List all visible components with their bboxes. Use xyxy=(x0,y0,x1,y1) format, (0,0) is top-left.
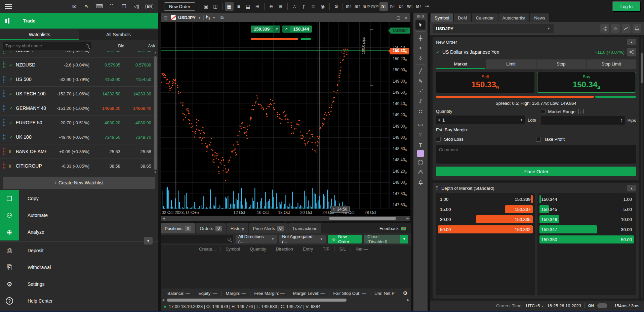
summary-scrollbar[interactable]: ◀ ▶ xyxy=(161,298,411,302)
timeframe-h1[interactable]: h1 xyxy=(379,2,388,11)
camera-icon[interactable]: ⎙ xyxy=(415,168,426,177)
scroll-left-icon[interactable]: ◀ xyxy=(162,217,166,220)
watchlist-bid[interactable]: 7349.60 xyxy=(89,135,120,140)
drag-handle-icon[interactable] xyxy=(3,104,6,112)
dom-ask-row[interactable]: 150.34730.00 xyxy=(539,225,634,233)
timeframe-m5[interactable]: m5 xyxy=(353,2,362,11)
settings-gear-icon[interactable]: ⚙ xyxy=(399,290,411,296)
watchlist-ask[interactable]: 14233.30 xyxy=(120,91,151,96)
menu-item-settings[interactable]: ⚙Settings xyxy=(0,276,158,293)
comment-field[interactable] xyxy=(436,145,636,164)
market-range-checkbox[interactable] xyxy=(541,109,546,114)
place-order-button[interactable]: Place Order xyxy=(436,167,636,176)
status-toggle[interactable] xyxy=(597,303,607,308)
share-icon[interactable] xyxy=(600,24,609,33)
drag-handle-icon[interactable] xyxy=(3,119,6,126)
time-axis[interactable]: 34:50 02 Oct 2023, UTC+512 Oct16 Oct18 O… xyxy=(161,209,410,216)
watchlist-ask[interactable]: 0.57989 xyxy=(120,62,151,68)
menu-item-copy[interactable]: ❐Copy xyxy=(0,190,158,207)
timeframe-more[interactable]: ••• xyxy=(423,2,432,11)
chart-symbol-label[interactable]: USDJPY xyxy=(178,15,196,20)
panel-resize-handle[interactable] xyxy=(161,221,411,223)
watchlist-row[interactable]: ‖CITIGROUP-0.33 (-0.85%)38.5838.65 xyxy=(0,159,158,173)
watchlist-row[interactable]: ✓US 500-32.90 (-0.79%)4153.904154.50 xyxy=(0,72,158,87)
right-panel-scrollbar[interactable] xyxy=(641,37,643,299)
watchlist-bid[interactable]: 4030.20 xyxy=(89,120,120,125)
chevron-down-icon[interactable]: ▼ xyxy=(400,235,408,243)
close-icon[interactable]: ✕ xyxy=(404,15,408,20)
symbol-search-input[interactable] xyxy=(5,43,86,48)
create-watchlist-button[interactable]: + Create New Watchlist xyxy=(3,177,155,189)
watchlist-bid[interactable]: 25.53 xyxy=(89,149,120,154)
tab-history[interactable]: History xyxy=(227,223,248,233)
tab-orders[interactable]: Orders0 xyxy=(196,223,226,233)
watchlist-ask[interactable]: 38.65 xyxy=(120,164,151,169)
sell-button[interactable]: Sell 150.339 xyxy=(436,72,534,93)
tab-news[interactable]: News xyxy=(530,13,549,22)
collapse-icon[interactable]: ▲ xyxy=(627,185,636,191)
watchlist-ask[interactable]: 4154.50 xyxy=(120,77,151,82)
tab-transactions[interactable]: Transactions xyxy=(288,223,321,233)
menu-item-analyze[interactable]: ⊕Analyze xyxy=(0,224,158,240)
chevron-down-icon[interactable]: ▼ xyxy=(520,118,523,122)
drag-handle-icon[interactable] xyxy=(3,133,6,141)
tab-autochartist[interactable]: Autochartist xyxy=(498,13,530,22)
dom-bid-row[interactable]: 30.00150.335 xyxy=(438,215,533,223)
star-icon[interactable]: ☆ xyxy=(611,24,620,33)
watchlist-ask[interactable]: 4030.90 xyxy=(120,120,151,125)
color-swatch[interactable] xyxy=(417,150,424,157)
timeframe-D1[interactable]: D1 xyxy=(397,2,405,11)
scroll-up-icon[interactable]: ▲ xyxy=(154,51,157,55)
log-in-button[interactable]: Log In xyxy=(612,1,641,12)
collapse-icon[interactable]: ▲ xyxy=(627,39,636,45)
take-profit-checkbox[interactable] xyxy=(536,137,541,142)
menu-item-automate[interactable]: ⚇Automate xyxy=(0,207,158,224)
close-disabled-button[interactable]: Close (Disabled) ▼ xyxy=(364,235,408,243)
watchlist-bid[interactable]: 0.57985 xyxy=(89,62,120,68)
watchlist-scrollbar[interactable]: ▲ ▼ xyxy=(153,51,157,175)
mail-icon[interactable]: ✉ xyxy=(71,3,78,9)
symbol-select[interactable]: USDJPY▼ xyxy=(433,24,554,33)
pointer-icon[interactable] xyxy=(415,20,426,30)
order-type-market[interactable]: Market xyxy=(436,59,485,69)
maximize-icon[interactable]: ▢ xyxy=(397,15,400,20)
fib-retracement-icon[interactable]: ∷ xyxy=(415,107,426,116)
dom-drag-handle-icon[interactable] xyxy=(436,186,439,190)
stop-loss-checkbox[interactable] xyxy=(436,137,441,142)
watchlist-bid[interactable]: 4153.90 xyxy=(89,77,120,82)
chart-plot-area[interactable]: 150.339➚ ➚150.344 100.0 pips xyxy=(161,22,390,210)
bell-icon[interactable] xyxy=(633,24,641,33)
dom-ask-row[interactable]: 150.3441.00 xyxy=(539,195,634,203)
drag-handle-icon[interactable] xyxy=(3,148,6,155)
dom-bid-row[interactable]: 50.00150.332 xyxy=(438,225,533,233)
timeframe-M1[interactable]: M1 xyxy=(414,2,423,11)
menu-item-withdrawal[interactable]: ⎗Withdrawal xyxy=(0,259,158,276)
toolbar-drag-handle-icon[interactable] xyxy=(417,15,424,18)
tab-calendar[interactable]: Calendar xyxy=(472,13,498,22)
bar-countdown-badge[interactable]: 34:50 xyxy=(331,206,350,213)
feedback-button[interactable]: Feedback xyxy=(377,223,408,233)
buy-button[interactable]: Buy 150.344 xyxy=(537,72,636,93)
dom-bid-row[interactable]: 15.00150.337 xyxy=(438,205,533,213)
tab-symbol[interactable]: Symbol xyxy=(431,13,453,22)
crosshair-eye-icon[interactable]: ◉ xyxy=(318,2,327,11)
chart-settings-icon[interactable]: ⚙ xyxy=(332,2,341,11)
drag-handle-icon[interactable] xyxy=(3,51,6,54)
market-range-pips-input[interactable]: ▲▼ xyxy=(541,116,625,125)
positions-search-box[interactable] xyxy=(161,235,233,243)
trade-header[interactable]: Trade xyxy=(0,13,158,29)
watchlist-bid[interactable]: 14232.50 xyxy=(89,91,120,96)
dom-ask-row[interactable]: 150.35050.00 xyxy=(539,235,634,243)
crosshair-box-icon[interactable]: ⊹ xyxy=(415,53,426,63)
share-icon[interactable] xyxy=(627,48,636,56)
popout-chart-icon[interactable]: ⧉ xyxy=(220,15,224,20)
quantity-stepper[interactable]: ▲▼ 1 ▼ xyxy=(436,116,525,124)
timezone-select[interactable]: UTC+5 ▼ xyxy=(526,303,544,308)
tab-dom[interactable]: DoM xyxy=(454,13,471,22)
watchlist-row[interactable]: ✓UK 100-49.40 (-0.67%)7349.607349.70 xyxy=(0,130,158,144)
info-icon[interactable]: i xyxy=(578,109,583,114)
freehand-icon[interactable]: ✎ xyxy=(415,77,426,86)
scrollbar-thumb[interactable] xyxy=(154,56,157,170)
drag-handle-icon[interactable] xyxy=(3,90,6,97)
scatter-style-icon[interactable]: ∴ xyxy=(290,2,299,11)
